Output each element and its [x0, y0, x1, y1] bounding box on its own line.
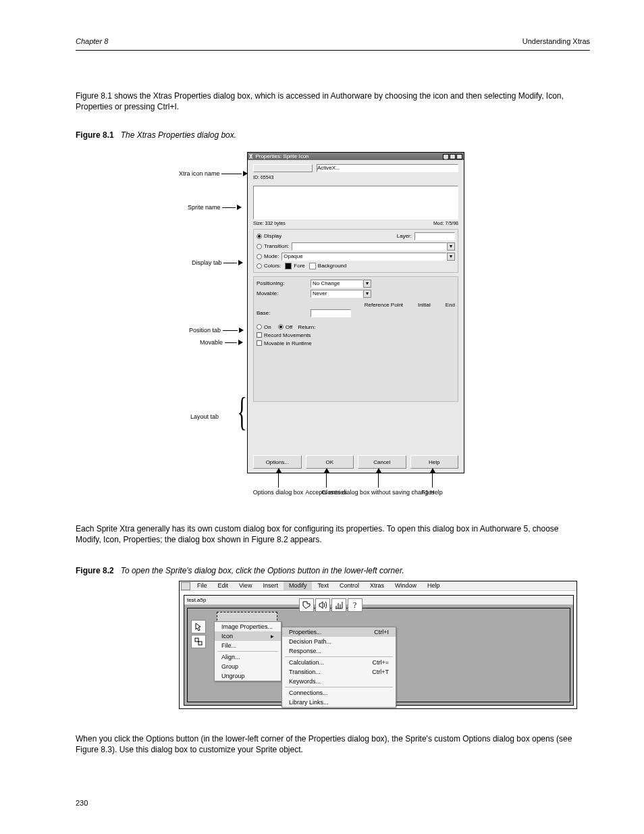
figure-1-desc: The Xtras Properties dialog box. — [121, 130, 236, 140]
outer-canvas: test.a5p ? Image Properties... Icon▸ Fil… — [184, 595, 574, 706]
ok-button[interactable]: OK — [306, 455, 354, 469]
modify-menu[interactable]: Image Properties... Icon▸ File... Align.… — [214, 621, 281, 681]
movable-combo[interactable]: Never▾ — [311, 290, 371, 298]
header-rule — [76, 50, 590, 51]
menu-group[interactable]: Group — [215, 662, 281, 671]
arrow-cancel — [378, 473, 379, 488]
display-panel: Display Layer: Transition: ▾ Mode: Opaqu… — [253, 229, 458, 273]
menu-ungroup[interactable]: Ungroup — [215, 671, 281, 681]
chart-icon[interactable] — [331, 598, 346, 612]
icon-submenu[interactable]: Properties...Ctrl+I Decision Path... Res… — [281, 627, 396, 708]
questionmark-icon[interactable]: ? — [348, 598, 363, 612]
submenu-response[interactable]: Response... — [282, 646, 396, 656]
submenu-keywords[interactable]: Keywords... — [282, 677, 396, 686]
name-field[interactable]: ActiveX... — [317, 164, 458, 172]
svg-text:?: ? — [353, 600, 356, 610]
radio-mode[interactable] — [257, 254, 262, 259]
submenu-properties[interactable]: Properties...Ctrl+I — [282, 627, 396, 637]
layout-panel: Positioning: No Change▾ Movable: Never▾ … — [253, 276, 458, 402]
menu-image-properties[interactable]: Image Properties... — [215, 622, 281, 631]
mode-combo[interactable]: Opaque▾ — [281, 253, 455, 261]
callout-xtra-icon-name: Xtra icon name — [179, 170, 248, 178]
pointer-tool-icon[interactable] — [191, 620, 206, 633]
transition-combo[interactable]: ▾ — [292, 242, 455, 251]
fore-swatch[interactable] — [285, 263, 292, 269]
run-icon[interactable] — [299, 598, 314, 612]
intro-paragraph: Figure 8.1 shows the Xtras Properties di… — [76, 91, 575, 112]
tool-strip — [191, 620, 206, 648]
position-combo[interactable]: No Change▾ — [311, 280, 371, 288]
close-button[interactable]: × — [456, 154, 462, 159]
info-row: Size: 332 bytes Mod: 7/5/98 — [253, 221, 458, 226]
arrow-ok — [326, 473, 327, 488]
arrow-options — [278, 473, 279, 488]
arrow-help — [432, 473, 433, 488]
menu-control[interactable]: Control — [334, 581, 365, 590]
brace-icon: { — [237, 388, 246, 435]
menu-view[interactable]: View — [234, 581, 257, 590]
maximize-button[interactable]: □ — [450, 154, 456, 159]
menu-file-item[interactable]: File... — [215, 641, 281, 650]
callout-sprite-name: Sprite name — [188, 204, 242, 211]
callout-movable: Movable — [200, 339, 243, 346]
menu-window[interactable]: Window — [390, 581, 422, 590]
options-button[interactable]: Options... — [253, 455, 302, 469]
id-info: ID: 65543 — [253, 175, 458, 180]
menubar[interactable]: File Edit View Insert Modify Text Contro… — [180, 581, 576, 591]
menu-xtras[interactable]: Xtras — [365, 581, 390, 590]
callout-cancel: Closes dialog box without saving changes — [321, 489, 434, 496]
cancel-button[interactable]: Cancel — [358, 455, 406, 469]
radio-colors[interactable] — [257, 263, 262, 269]
doc-titlebar[interactable]: test.a5p — [184, 596, 573, 605]
submenu-calculation[interactable]: Calculation...Ctrl+= — [282, 658, 396, 667]
submenu-library-links[interactable]: Library Links... — [282, 698, 396, 707]
menu-insert[interactable]: Insert — [257, 581, 284, 590]
record-check[interactable] — [257, 332, 262, 338]
menu-file[interactable]: File — [192, 581, 213, 590]
base-field[interactable] — [311, 309, 351, 317]
menu-modify[interactable]: Modify — [284, 581, 313, 590]
name-row: ActiveX... ID: 65543 — [248, 160, 464, 184]
help-button[interactable]: Help — [410, 455, 459, 469]
figure-2-label: Figure 8.2 — [76, 566, 114, 575]
chapter-label: Chapter 8 — [76, 37, 108, 45]
radio-display[interactable] — [257, 234, 262, 239]
back-swatch[interactable] — [309, 263, 316, 269]
figure-1-caption: Figure 8.1 The Xtras Properties dialog b… — [76, 130, 236, 140]
titlebar[interactable]: X Properties: Sprite Icon ‗ □ × — [248, 153, 464, 160]
menu-help[interactable]: Help — [422, 581, 446, 590]
page-header: Chapter 8 Understanding Xtras — [76, 37, 590, 45]
return-off-radio[interactable] — [278, 324, 284, 330]
app-sysmenu-icon[interactable] — [181, 582, 190, 590]
submenu-connections[interactable]: Connections... — [282, 688, 396, 698]
return-on-radio[interactable] — [257, 324, 262, 330]
submenu-decision[interactable]: Decision Path... — [282, 637, 396, 646]
menu-align[interactable]: Align... — [215, 652, 281, 662]
menu-icon-item[interactable]: Icon▸ — [215, 631, 281, 641]
svg-line-3 — [198, 641, 199, 642]
icon-thumb-small — [253, 164, 313, 172]
authorware-window: File Edit View Insert Modify Text Contro… — [179, 581, 577, 709]
submenu-transition[interactable]: Transition...Ctrl+T — [282, 667, 396, 677]
callout-options: Options dialog box — [253, 489, 304, 496]
sound-icon[interactable] — [315, 598, 330, 612]
menu-text[interactable]: Text — [312, 581, 334, 590]
chapter-title: Understanding Xtras — [522, 37, 590, 45]
figure-2-desc: To open the Sprite's dialog box, click t… — [121, 566, 404, 575]
toolbar-icons: ? — [299, 598, 363, 612]
minimize-button[interactable]: ‗ — [443, 154, 449, 159]
radio-transition[interactable] — [257, 244, 262, 249]
preview-area — [253, 186, 458, 219]
callout-position-tab: Position tab — [189, 327, 244, 334]
movable-runtime-check[interactable] — [257, 340, 262, 346]
menu-edit[interactable]: Edit — [213, 581, 234, 590]
figure-2-caption: Figure 8.2 To open the Sprite's dialog b… — [76, 566, 404, 575]
layer-field[interactable] — [414, 232, 455, 240]
link-tool-icon[interactable] — [191, 635, 206, 648]
paragraph-after-fig1: Each Sprite Xtra generally has its own c… — [76, 523, 575, 545]
properties-dialog: X Properties: Sprite Icon ‗ □ × ActiveX.… — [247, 152, 464, 473]
paragraph-after-fig2: When you click the Options button (in th… — [76, 733, 575, 755]
callout-help: F1 Help — [421, 489, 443, 496]
callout-display-tab: Display tab — [192, 259, 243, 267]
window-title: Properties: Sprite Icon — [252, 153, 443, 159]
